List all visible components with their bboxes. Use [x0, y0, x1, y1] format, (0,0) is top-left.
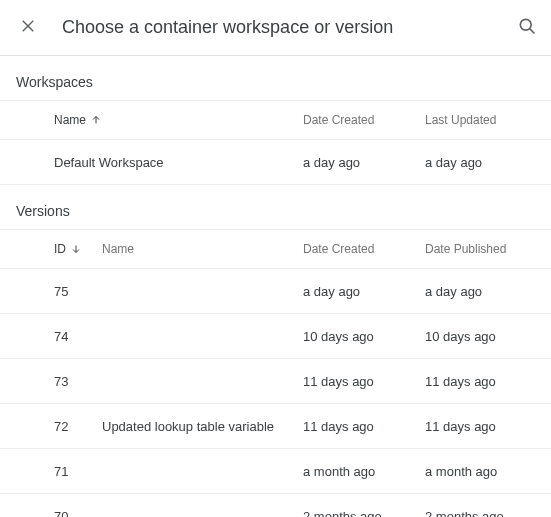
version-date-created: 11 days ago	[303, 374, 425, 389]
close-icon	[19, 17, 37, 38]
column-header-last-updated[interactable]: Last Updated	[425, 113, 535, 127]
workspaces-table-header: Name Date Created Last Updated	[0, 100, 551, 140]
version-row[interactable]: 75a day agoa day ago	[0, 269, 551, 314]
column-header-date-created[interactable]: Date Created	[303, 242, 425, 256]
close-button[interactable]	[16, 16, 40, 40]
version-id: 72	[54, 419, 102, 434]
version-date-published: 10 days ago	[425, 329, 535, 344]
workspace-last-updated: a day ago	[425, 155, 535, 170]
version-date-published: a month ago	[425, 464, 535, 479]
versions-table: ID Name Date Created Date Published 75a …	[0, 229, 551, 517]
search-icon	[517, 16, 537, 39]
column-header-date-created[interactable]: Date Created	[303, 113, 425, 127]
version-row[interactable]: 72Updated lookup table variable11 days a…	[0, 404, 551, 449]
version-id: 70	[54, 509, 102, 518]
version-row[interactable]: 7311 days ago11 days ago	[0, 359, 551, 404]
workspace-name: Default Workspace	[54, 155, 303, 170]
version-id: 73	[54, 374, 102, 389]
search-button[interactable]	[515, 16, 539, 40]
arrow-up-icon	[90, 114, 102, 126]
svg-line-3	[530, 29, 535, 34]
arrow-down-icon	[70, 243, 82, 255]
column-header-name[interactable]: Name	[54, 113, 303, 127]
version-date-created: 11 days ago	[303, 419, 425, 434]
column-header-date-published[interactable]: Date Published	[425, 242, 535, 256]
version-id: 74	[54, 329, 102, 344]
column-header-id[interactable]: ID	[54, 242, 102, 256]
version-row[interactable]: 702 months ago2 months ago	[0, 494, 551, 517]
workspace-date-created: a day ago	[303, 155, 425, 170]
version-date-created: 2 months ago	[303, 509, 425, 518]
version-date-published: 11 days ago	[425, 374, 535, 389]
version-date-created: 10 days ago	[303, 329, 425, 344]
version-date-published: 11 days ago	[425, 419, 535, 434]
versions-heading: Versions	[0, 185, 551, 229]
versions-table-header: ID Name Date Created Date Published	[0, 229, 551, 269]
version-id: 71	[54, 464, 102, 479]
svg-point-2	[520, 19, 531, 30]
column-header-name[interactable]: Name	[102, 242, 303, 256]
version-name: Updated lookup table variable	[102, 419, 303, 434]
workspaces-table: Name Date Created Last Updated Default W…	[0, 100, 551, 185]
version-row[interactable]: 71a month agoa month ago	[0, 449, 551, 494]
version-id: 75	[54, 284, 102, 299]
dialog-title: Choose a container workspace or version	[62, 17, 515, 38]
version-date-published: 2 months ago	[425, 509, 535, 518]
column-label: Name	[54, 113, 86, 127]
version-date-created: a month ago	[303, 464, 425, 479]
version-row[interactable]: 7410 days ago10 days ago	[0, 314, 551, 359]
workspace-row[interactable]: Default Workspacea day agoa day ago	[0, 140, 551, 185]
version-date-published: a day ago	[425, 284, 535, 299]
workspaces-heading: Workspaces	[0, 56, 551, 100]
version-date-created: a day ago	[303, 284, 425, 299]
dialog-header: Choose a container workspace or version	[0, 0, 551, 56]
column-label: ID	[54, 242, 66, 256]
